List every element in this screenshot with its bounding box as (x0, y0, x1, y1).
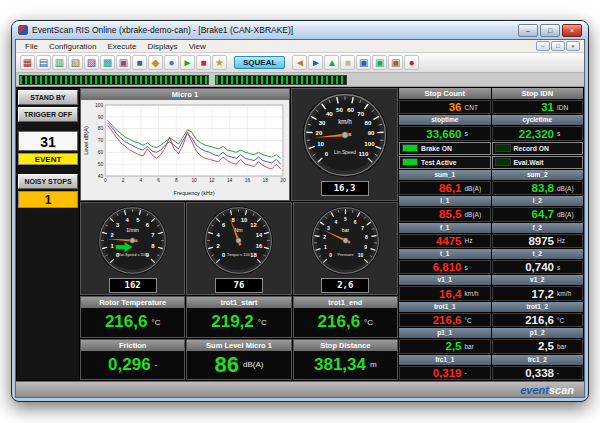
mdi-minimize-button[interactable]: – (536, 41, 550, 51)
stop-test-icon[interactable]: ■ (196, 55, 211, 70)
menu-displays[interactable]: Displays (142, 42, 182, 51)
display-matrix-icon[interactable]: ▨ (84, 55, 99, 70)
display-overview-icon[interactable]: ▦ (20, 55, 35, 70)
led-label: Brake ON (421, 145, 452, 152)
status-led-cell: Test Active (399, 156, 491, 169)
marker-icon[interactable]: ◆ (148, 55, 163, 70)
svg-text:0: 0 (104, 178, 107, 183)
measurement-unit: - (557, 369, 579, 376)
measurement-unit: s (465, 264, 487, 271)
svg-text:0: 0 (222, 252, 225, 258)
right-panel-value: 85,5dB(A) (399, 207, 491, 221)
display-table-icon[interactable]: ▧ (68, 55, 83, 70)
maximize-button[interactable]: □ (540, 24, 560, 37)
svg-text:70: 70 (357, 110, 364, 117)
brand-logo: event (520, 384, 549, 396)
display-custom-icon[interactable]: ▣ (116, 55, 131, 70)
monitor-a-icon[interactable]: ▣ (356, 55, 371, 70)
favorite-icon[interactable]: ★ (212, 55, 227, 70)
menu-file[interactable]: File (20, 42, 43, 51)
menu-view[interactable]: View (184, 42, 211, 51)
rot-speed-readout: 162 (109, 278, 157, 293)
measurement-unit: bar (465, 343, 487, 350)
svg-text:4: 4 (334, 220, 337, 225)
measurement-unit: Hz (557, 237, 579, 244)
svg-text:8: 8 (365, 235, 368, 240)
start-test-icon[interactable]: ► (180, 55, 195, 70)
trigger-off-button[interactable]: TRIGGER OFF (18, 107, 78, 122)
measurement-value: 4475 (436, 235, 462, 247)
app-icon (18, 25, 28, 35)
operator-run-icon[interactable]: ▲ (324, 55, 339, 70)
layout-switch-icon[interactable]: ► (308, 55, 323, 70)
right-panel-row: sum_1sum_2 (399, 170, 583, 180)
right-panel-value: 33,660s (399, 126, 491, 140)
value-panel-number: 216,6 (105, 312, 148, 332)
right-panel-row: 6,810s0,740s (399, 260, 583, 274)
value-panel-unit: °C (258, 318, 267, 327)
measurement-unit: IDN (557, 104, 579, 111)
value-panel-title: trot1_start (187, 297, 290, 308)
pressure-readout: 2,6 (321, 278, 369, 293)
value-panel-title: trot1_end (294, 297, 397, 308)
menu-execute[interactable]: Execute (102, 42, 141, 51)
squeal-button[interactable]: SQUEAL (234, 56, 285, 69)
right-panel-value: 83,8dB(A) (492, 181, 584, 195)
value-panel-unit: dB(A) (243, 360, 263, 369)
mdi-close-button[interactable]: × (566, 41, 580, 51)
standby-button[interactable]: STAND BY (18, 90, 78, 105)
value-panel-trot1-start: trot1_start219,2°C (186, 296, 291, 338)
svg-text:Lin.Speed: Lin.Speed (334, 150, 356, 155)
value-panel-trot1-end: trot1_end216,6°C (293, 296, 398, 338)
zoom-display-icon[interactable]: ◄ (292, 55, 307, 70)
measurement-value: 16,4 (439, 288, 461, 300)
monitor-c-icon[interactable]: ▣ (388, 55, 403, 70)
value-panel-body: 86dB(A) (187, 351, 290, 380)
gauge-row: 01234567891/minRot.Speed x 100 162 02468… (80, 202, 398, 295)
display-spectrum-icon[interactable]: ▥ (52, 55, 67, 70)
minimize-button[interactable]: – (518, 24, 538, 37)
measurement-unit: km/h (557, 290, 579, 297)
menu-items: FileConfigurationExecuteDisplaysView (20, 42, 211, 51)
svg-text:km/h: km/h (338, 118, 352, 125)
display-trend-icon[interactable]: ▩ (100, 55, 115, 70)
emergency-stop-icon[interactable]: ● (404, 55, 419, 70)
logo-bar: eventscan (16, 381, 584, 397)
right-panel-header: t_1 (399, 249, 491, 259)
right-panel-header: sum_1 (399, 170, 491, 180)
svg-text:80: 80 (364, 119, 371, 126)
led-indicator (495, 144, 511, 152)
svg-text:10: 10 (358, 253, 364, 258)
svg-text:0: 0 (329, 253, 332, 258)
screen-config-icon[interactable]: ■ (132, 55, 147, 70)
svg-text:0: 0 (324, 150, 328, 157)
right-panel-value: 4475Hz (399, 234, 491, 248)
measurement-value: 86,1 (439, 182, 461, 194)
right-panel-header: p1_2 (492, 328, 584, 338)
monitor-b-icon[interactable]: ▣ (372, 55, 387, 70)
led-indicator (402, 158, 418, 166)
manual-hand-icon[interactable]: ■ (340, 55, 355, 70)
event-label: EVENT (18, 153, 78, 165)
menubar: FileConfigurationExecuteDisplaysView – □… (16, 40, 584, 53)
measurement-value: 64,7 (532, 208, 554, 220)
svg-text:60: 60 (98, 150, 104, 155)
value-panel-body: 216,6°C (81, 308, 184, 337)
torque-readout: 76 (215, 278, 263, 293)
right-panel-row: l_1l_2 (399, 196, 583, 206)
svg-text:16: 16 (245, 178, 251, 183)
mdi-restore-button[interactable]: □ (551, 41, 565, 51)
rot-speed-gauge-panel: 01234567891/minRot.Speed x 100 162 (80, 202, 185, 295)
speed-gauge: 0102030405060708090100110km/hLin.Speed (300, 90, 390, 180)
right-panel-header: frc1_2 (492, 355, 584, 365)
svg-text:2: 2 (323, 235, 326, 240)
measurement-unit: s (557, 264, 579, 271)
titlebar[interactable]: EventScan RIS Online (xbrake-demo-can) -… (12, 21, 588, 39)
record-dot-icon[interactable]: ● (164, 55, 179, 70)
menu-configuration[interactable]: Configuration (44, 42, 102, 51)
close-button[interactable]: × (562, 24, 582, 37)
bottom-row-1: Rotor Temperature216,6°Ctrot1_start219,2… (80, 296, 398, 338)
display-gauges-icon[interactable]: ▤ (36, 55, 51, 70)
measurement-unit: bar (557, 343, 579, 350)
noisy-stops-counter: 1 (18, 191, 78, 208)
